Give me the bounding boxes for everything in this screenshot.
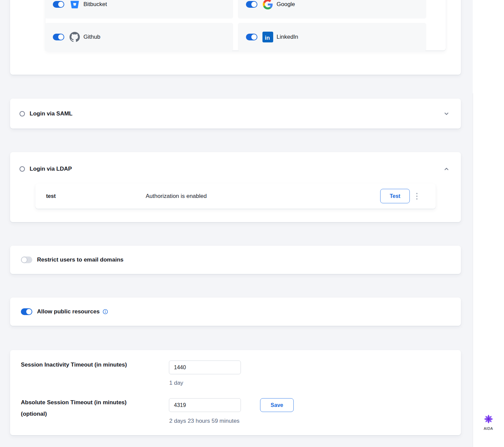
provider-label: Github	[83, 34, 100, 40]
chevron-up-icon[interactable]	[443, 166, 449, 172]
absolute-timeout-input[interactable]	[169, 398, 241, 412]
saml-title: Login via SAML	[30, 110, 73, 117]
inactivity-timeout-input[interactable]	[169, 360, 241, 374]
public-resources-section: Allow public resources	[10, 298, 461, 326]
public-resources-toggle[interactable]	[21, 308, 32, 315]
ldap-connection-row: test Authorization is enabled Test	[35, 183, 436, 209]
restrict-domains-label: Restrict users to email domains	[37, 256, 123, 263]
inactivity-timeout-helper: 1 day	[169, 380, 183, 386]
public-resources-label: Allow public resources	[37, 308, 100, 315]
linkedin-toggle[interactable]	[246, 34, 257, 40]
saml-section: Login via SAML	[10, 99, 461, 129]
ldap-connection-status: Authorization is enabled	[146, 193, 207, 200]
brand-name: AIDA	[473, 426, 504, 431]
provider-label: Google	[277, 1, 295, 8]
right-rail	[473, 0, 504, 447]
info-icon[interactable]	[103, 309, 108, 314]
ldap-radio[interactable]	[20, 166, 25, 172]
github-icon	[69, 32, 80, 42]
provider-row-linkedin: in LinkedIn	[238, 23, 426, 51]
provider-row-bitbucket: Bitbucket	[45, 0, 233, 19]
session-timeout-section: Session Inactivity Timeout (in minutes) …	[10, 350, 461, 435]
settings-page: AIDA Bitbucket Google	[0, 0, 504, 447]
inactivity-timeout-label: Session Inactivity Timeout (in minutes)	[21, 361, 155, 369]
rail-divider	[473, 93, 473, 447]
provider-row-github: Github	[45, 23, 233, 51]
ldap-header: Login via LDAP	[20, 164, 449, 174]
chevron-down-icon[interactable]	[443, 111, 449, 117]
absolute-timeout-label-line2: (optional)	[21, 410, 155, 418]
bitbucket-toggle[interactable]	[53, 1, 64, 8]
save-button[interactable]: Save	[260, 398, 294, 412]
bitbucket-icon	[69, 0, 80, 10]
google-toggle[interactable]	[246, 1, 257, 8]
ldap-connection-name: test	[46, 193, 56, 199]
restrict-domains-toggle[interactable]	[21, 256, 32, 263]
linkedin-icon: in	[262, 32, 273, 42]
aida-logo-icon	[483, 414, 494, 425]
restrict-domains-section: Restrict users to email domains	[10, 246, 461, 274]
google-icon	[262, 0, 273, 10]
provider-label: Bitbucket	[83, 1, 107, 8]
provider-row-google: Google	[238, 0, 426, 19]
test-button[interactable]: Test	[380, 189, 410, 203]
svg-text:in: in	[265, 35, 270, 41]
github-toggle[interactable]	[53, 34, 64, 40]
absolute-timeout-helper: 2 days 23 hours 59 minutes	[169, 418, 240, 424]
provider-label: LinkedIn	[277, 34, 298, 40]
brand-block: AIDA	[473, 414, 504, 431]
absolute-timeout-label-line1: Absolute Session Timeout (in minutes)	[21, 399, 155, 407]
ldap-title: Login via LDAP	[30, 166, 72, 172]
absolute-timeout-label: Absolute Session Timeout (in minutes) (o…	[21, 399, 155, 418]
saml-radio[interactable]	[20, 111, 25, 116]
kebab-menu-icon[interactable]	[415, 192, 419, 201]
